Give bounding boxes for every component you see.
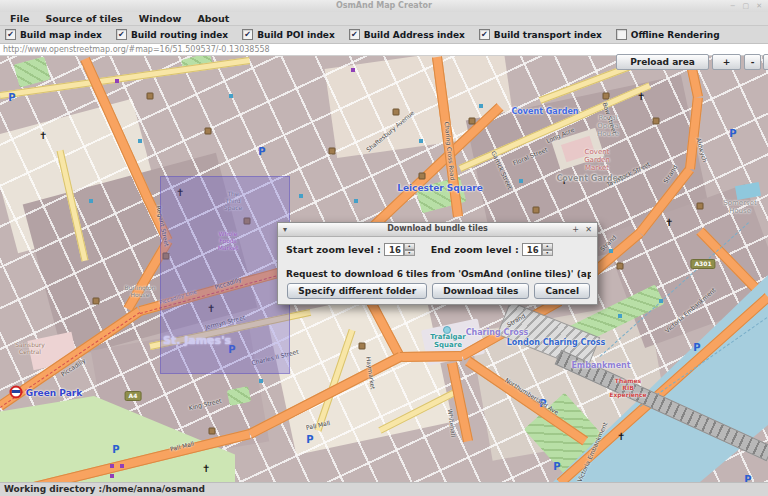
download-tiles-button[interactable]: Download tiles xyxy=(432,283,529,299)
pub-icon xyxy=(393,109,400,116)
parking-icon: P xyxy=(8,93,15,103)
menu-item-file[interactable]: File xyxy=(2,13,37,24)
parking-icon: P xyxy=(744,475,751,482)
checkbox-build-poi-index[interactable]: ✔Build POI index xyxy=(242,29,335,40)
map-label-embankment: Embankment xyxy=(571,361,630,370)
map-label-sainsbury-central: Sainsbury Central xyxy=(15,342,45,356)
checkbox-box[interactable]: ✔ xyxy=(116,29,127,40)
dialog-title: Download bundle tiles xyxy=(278,224,597,233)
pub-icon xyxy=(419,173,426,180)
menu-item-about[interactable]: About xyxy=(189,13,237,24)
route-badge-a301: A301 xyxy=(690,259,715,269)
parking-icon: P xyxy=(553,462,560,472)
shop-icon xyxy=(659,299,663,303)
window-control-icon[interactable]: ▢ xyxy=(743,1,750,11)
checkbox-build-map-index[interactable]: ✔Build map index xyxy=(5,29,102,40)
map-label-trafalgar-square: Trafalgar Square xyxy=(430,333,466,349)
road xyxy=(400,351,462,362)
theatre-icon xyxy=(351,68,355,72)
map-label-thames-rib-experience: Thames RIB Experience xyxy=(609,378,646,399)
tile-selection-overlay xyxy=(160,176,290,374)
church-icon: ✝ xyxy=(617,432,625,442)
church-icon: ✝ xyxy=(39,131,47,141)
working-directory-label: Working directory :/home/anna/osmand xyxy=(4,484,205,494)
checkbox-box[interactable] xyxy=(616,29,627,40)
preload-area-button[interactable]: Preload area xyxy=(616,54,709,70)
shop-icon xyxy=(138,139,142,143)
download-bundle-tiles-dialog: ▾ Download bundle tiles + ✕ Start zoom l… xyxy=(277,222,598,305)
checkbox-box[interactable]: ✔ xyxy=(242,29,253,40)
zoom-out-button[interactable]: - xyxy=(744,54,761,70)
window-title: OsmAnd Map Creator xyxy=(0,1,768,10)
zoom-level-input[interactable]: 16 xyxy=(522,243,542,256)
parking-icon: P xyxy=(258,147,265,157)
checkbox-label: Build routing index xyxy=(131,30,228,40)
map-url[interactable]: http://www.openstreetmap.org/#map=16/51.… xyxy=(3,45,270,54)
map-label-burlington-house: Burlington House xyxy=(124,285,155,299)
parking-icon: P xyxy=(112,445,119,455)
index-options-toolbar: ✔Build map index✔Build routing index✔Bui… xyxy=(0,26,768,44)
pub-icon xyxy=(469,118,476,125)
theatre-icon xyxy=(110,474,114,478)
zoom-level-fields: Start zoom level :16▴▾End zoom level :16… xyxy=(286,243,553,256)
spinner-down-icon[interactable]: ▾ xyxy=(542,250,553,257)
shop-icon xyxy=(229,94,233,98)
shop-icon xyxy=(354,199,358,203)
checkbox-box[interactable]: ✔ xyxy=(5,29,16,40)
metro-icon xyxy=(10,386,23,399)
checkbox-box[interactable]: ✔ xyxy=(479,29,490,40)
checkbox-box[interactable]: ✔ xyxy=(349,29,360,40)
cancel-button[interactable]: Cancel xyxy=(534,283,590,299)
pub-icon xyxy=(147,93,154,100)
pub-icon xyxy=(93,298,100,305)
shop-icon xyxy=(479,104,483,108)
checkbox-label: Offline Rendering xyxy=(631,30,720,40)
parking-icon: P xyxy=(693,343,700,353)
pub-icon xyxy=(533,207,540,214)
map-label-charing-cross: Charing Cross xyxy=(466,328,529,337)
church-icon: ✝ xyxy=(665,218,673,228)
dialog-title-bar[interactable]: ▾ Download bundle tiles + ✕ xyxy=(278,223,597,237)
shop-icon xyxy=(259,379,263,383)
dialog-buttons: Specify different folderDownload tilesCa… xyxy=(287,283,590,299)
checkbox-offline-rendering[interactable]: Offline Rendering xyxy=(616,29,720,40)
map-label-green-park: Green Park xyxy=(26,388,82,398)
field-label: End zoom level : xyxy=(431,244,519,255)
checkbox-build-routing-index[interactable]: ✔Build routing index xyxy=(116,29,228,40)
start-zoom-level-field: Start zoom level :16▴▾ xyxy=(286,243,415,256)
zoom-extra-button[interactable]: + xyxy=(763,54,768,70)
parking-icon: P xyxy=(729,129,736,139)
pub-icon xyxy=(329,148,336,155)
checkbox-label: Build Address index xyxy=(364,30,465,40)
window-control-icon[interactable]: ✕ xyxy=(756,1,762,11)
pub-icon xyxy=(205,128,212,135)
specify-different-folder-button[interactable]: Specify different folder xyxy=(287,283,427,299)
checkbox-build-address-index[interactable]: ✔Build Address index xyxy=(349,29,465,40)
zoom-level-input[interactable]: 16 xyxy=(384,243,404,256)
theatre-icon xyxy=(115,79,119,83)
pub-icon xyxy=(603,93,610,100)
theatre-icon xyxy=(110,464,114,468)
theatre-icon xyxy=(120,464,124,468)
menu-bar: FileSource of tilesWindowAbout xyxy=(0,12,768,26)
window-control-icon[interactable]: − xyxy=(730,1,736,11)
dialog-close-icon[interactable]: ✕ xyxy=(585,224,592,235)
status-bar: Working directory :/home/anna/osmand xyxy=(0,482,768,496)
map-label-covent-garden-market: Covent Garden Market xyxy=(584,148,610,172)
end-zoom-level-field: End zoom level :16▴▾ xyxy=(431,243,553,256)
checkbox-build-transport-index[interactable]: ✔Build transport index xyxy=(479,29,602,40)
dialog-maximize-icon[interactable]: + xyxy=(572,224,579,235)
shop-icon xyxy=(519,179,523,183)
map-label-covent-garden: Covent Garden xyxy=(511,107,578,116)
download-request-message: Request to download 6 tiles from 'OsmAnd… xyxy=(286,269,591,279)
zoom-in-button[interactable]: + xyxy=(712,54,741,70)
checkbox-label: Build transport index xyxy=(494,30,602,40)
church-icon: ✝ xyxy=(202,464,210,474)
menu-item-window[interactable]: Window xyxy=(131,13,190,24)
shop-icon xyxy=(299,194,303,198)
checkbox-label: Build map index xyxy=(20,30,102,40)
shop-icon xyxy=(609,249,613,253)
menu-item-source-of-tiles[interactable]: Source of tiles xyxy=(37,13,130,24)
spinner-down-icon[interactable]: ▾ xyxy=(404,250,415,257)
route-badge-a4: A4 xyxy=(125,391,142,401)
